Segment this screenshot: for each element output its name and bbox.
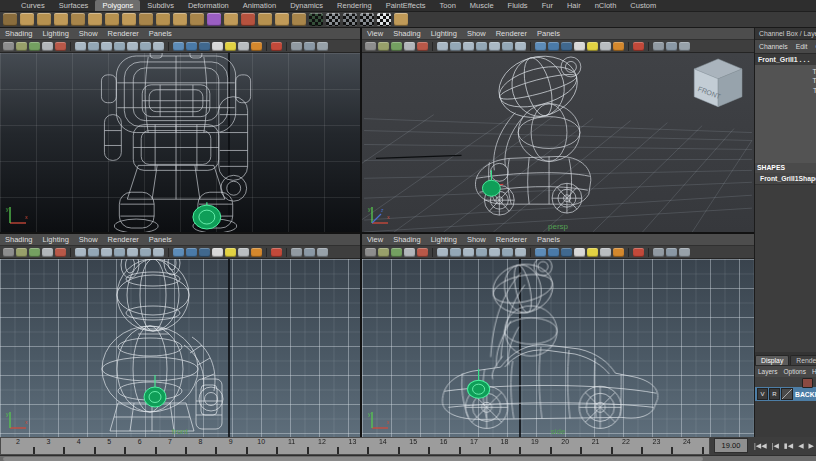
multisampling-icon[interactable] [535,248,546,257]
polygon-uv-icon[interactable] [224,13,238,26]
motion-blur-icon[interactable] [515,42,526,51]
create-new-layer-icon[interactable] [802,378,813,388]
wireframe-mode-icon[interactable] [75,42,86,51]
shelf-tab-polygons[interactable]: Polygons [95,0,140,11]
xray-joints-icon[interactable] [587,248,598,257]
channel-box-menu-channels[interactable]: Channels [755,43,792,50]
viewport-menu-panels[interactable]: Panels [532,28,565,39]
viewport-canvas-persp[interactable]: FRONT persp xyz [362,53,754,232]
camera-select-icon[interactable] [365,42,376,51]
exposure-icon[interactable] [238,42,249,51]
polygon-cube-icon[interactable] [20,13,34,26]
shelf-tab-deformation[interactable]: Deformation [181,0,236,11]
multisampling-icon[interactable] [173,248,184,257]
camera-lock-icon[interactable] [16,42,27,51]
polygon-sphere-icon[interactable] [3,13,17,26]
viewport-menu-panels[interactable]: Panels [144,234,177,245]
layer-visibility-toggle[interactable]: V [757,388,768,400]
shelf-tab-fluids[interactable]: Fluids [501,0,535,11]
camera-select-icon[interactable] [3,248,14,257]
image-plane-icon[interactable] [404,248,415,257]
lighting-mode-icon[interactable] [476,42,487,51]
camera-bookmark-icon[interactable] [391,42,402,51]
image-plane-icon[interactable] [404,42,415,51]
wireframe-mode-icon[interactable] [437,248,448,257]
lighting-mode-icon[interactable] [476,248,487,257]
shelf-tab-muscle[interactable]: Muscle [463,0,501,11]
image-plane-red-icon[interactable] [633,42,644,51]
camera-bookmark-icon[interactable] [391,248,402,257]
screen-space-ao-icon[interactable] [140,42,151,51]
polygon-cylinder-icon[interactable] [37,13,51,26]
shelf-tab-animation[interactable]: Animation [236,0,283,11]
polygon-prism-icon[interactable] [105,13,119,26]
image-plane-icon[interactable] [42,248,53,257]
polygon-soccerball-icon[interactable] [173,13,187,26]
viewport-menu-shading[interactable]: Shading [388,28,426,39]
playback-button-0[interactable]: |◀◀ [754,437,767,455]
exposure-icon[interactable] [600,248,611,257]
channel-box-menu-object[interactable]: Object [811,43,816,50]
playback-button-3[interactable]: ◀ [798,437,803,455]
shelf-tab-fur[interactable]: Fur [535,0,560,11]
gamma-icon[interactable] [251,42,262,51]
xray-icon[interactable] [212,248,223,257]
viewport-menu-shading[interactable]: Shading [388,234,426,245]
camera-bookmark-icon[interactable] [29,42,40,51]
xray-joints-icon[interactable] [225,42,236,51]
lighting-mode-icon[interactable] [114,248,125,257]
channel-translate-z[interactable]: Translate Z [755,86,816,95]
depth-of-field-icon[interactable] [186,248,197,257]
depth-of-field-icon[interactable] [186,42,197,51]
uv-snapshot-icon[interactable] [377,13,391,26]
multisampling-icon[interactable] [535,42,546,51]
screen-space-ao-icon[interactable] [140,248,151,257]
xray-joints-icon[interactable] [587,42,598,51]
viewport-menu-lighting[interactable]: Lighting [38,234,74,245]
channel-scale-z[interactable]: Scale Z [755,142,816,151]
viewport-menu-lighting[interactable]: Lighting [426,28,462,39]
isolate-select-icon[interactable] [561,248,572,257]
snapshot-icon[interactable] [666,42,677,51]
image-plane-red-icon[interactable] [271,248,282,257]
polygon-platonic-icon[interactable] [190,13,204,26]
snapshot-icon[interactable] [304,248,315,257]
view-cube[interactable]: FRONT [694,59,742,107]
polygon-cone-icon[interactable] [54,13,68,26]
shelf-tab-curves[interactable]: Curves [14,0,52,11]
shadows-icon[interactable] [127,248,138,257]
2d-pan-zoom-icon[interactable] [417,248,428,257]
camera-select-icon[interactable] [365,248,376,257]
polygon-tool-red-icon[interactable] [241,13,255,26]
snapshot-icon[interactable] [304,42,315,51]
polygon-combine-icon[interactable] [258,13,272,26]
viewport-menu-view[interactable]: View [362,28,388,39]
xray-icon[interactable] [574,248,585,257]
greasepencil-icon[interactable] [291,42,302,51]
greasepencil-icon[interactable] [653,42,664,51]
viewport-canvas-side[interactable]: side xy [362,259,754,437]
layer-editor-tab-render[interactable]: Render [790,355,816,365]
2d-pan-zoom-icon[interactable] [55,42,66,51]
playback-button-2[interactable]: ▮◀ [784,437,793,455]
lighting-mode-icon[interactable] [114,42,125,51]
multi-cut-icon[interactable] [679,42,690,51]
gamma-icon[interactable] [251,248,262,257]
motion-blur-icon[interactable] [153,42,164,51]
shelf-tab-rendering[interactable]: Rendering [330,0,379,11]
depth-of-field-icon[interactable] [548,42,559,51]
range-slider-bar[interactable] [3,457,703,461]
camera-select-icon[interactable] [3,42,14,51]
shaded-mode-icon[interactable] [88,248,99,257]
viewport-menu-panels[interactable]: Panels [532,234,565,245]
motion-blur-icon[interactable] [515,248,526,257]
depth-of-field-icon[interactable] [548,248,559,257]
shelf-tab-painteffects[interactable]: PaintEffects [379,0,433,11]
textured-mode-icon[interactable] [101,248,112,257]
polygon-helix-icon[interactable] [156,13,170,26]
viewport-menu-show[interactable]: Show [74,28,103,39]
xray-joints-icon[interactable] [225,248,236,257]
channel-rotate-y[interactable]: Rotate Y [755,105,816,114]
viewport-menu-renderer[interactable]: Renderer [491,234,532,245]
viewport-canvas-front-bottom[interactable]: front xy [0,259,360,437]
